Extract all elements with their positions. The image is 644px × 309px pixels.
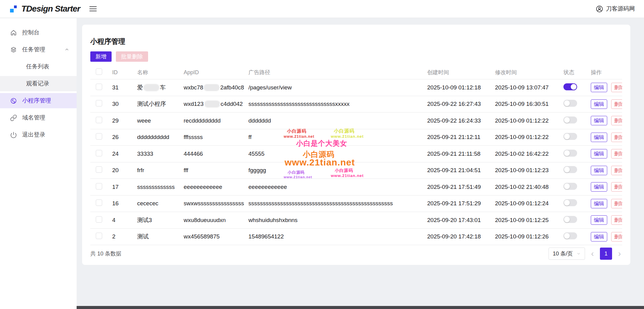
select-all-checkbox[interactable]	[96, 68, 102, 75]
sidebar-item-domain-management[interactable]: 域名管理	[0, 110, 77, 125]
sidebar-item-watch-records[interactable]: 观看记录	[0, 76, 77, 91]
edit-button[interactable]: 编辑	[591, 199, 607, 208]
page-title: 小程序管理	[90, 37, 622, 46]
cell-appid: eeeeeeeeeeee	[184, 184, 248, 190]
page-size-value: 10 条/页	[553, 250, 573, 257]
column-header-status: 状态	[563, 69, 591, 76]
delete-button[interactable]: 删除	[611, 215, 622, 225]
cell-id: 24	[112, 151, 137, 157]
cell-id: 29	[112, 117, 137, 124]
status-toggle[interactable]	[563, 199, 577, 206]
edit-button[interactable]: 编辑	[591, 133, 607, 142]
logo-text[interactable]: TDesign Starter	[21, 4, 80, 14]
cell-ad-path: ff	[248, 134, 427, 141]
cell-modified-time: 2025-10-02 21:40:48	[495, 184, 563, 190]
row-checkbox[interactable]	[96, 166, 102, 173]
row-checkbox[interactable]	[96, 216, 102, 223]
cell-created-time: 2025-09-22 16:24:33	[427, 117, 495, 124]
sidebar-item-label: 控制台	[22, 29, 40, 36]
row-checkbox[interactable]	[96, 200, 102, 206]
row-checkbox[interactable]	[96, 117, 102, 123]
cell-created-time: 2025-09-20 17:42:18	[427, 233, 495, 240]
cell-id: 26	[112, 134, 137, 141]
status-toggle[interactable]	[563, 166, 577, 173]
sidebar-item-label: 域名管理	[22, 114, 45, 122]
edit-button[interactable]: 编辑	[591, 182, 607, 192]
row-checkbox[interactable]	[96, 84, 102, 90]
delete-button[interactable]: 删除	[611, 83, 622, 92]
sidebar-item-console[interactable]: 控制台	[0, 25, 77, 40]
cell-modified-time: 2025-10-09 01:12:24	[495, 200, 563, 207]
cell-id: 30	[112, 101, 137, 107]
cell-modified-time: 2025-10-09 01:12:22	[495, 117, 563, 124]
delete-button[interactable]: 删除	[611, 182, 622, 192]
delete-button[interactable]: 删除	[611, 133, 622, 142]
censored-blur	[144, 84, 159, 91]
row-checkbox[interactable]	[96, 133, 102, 140]
row-checkbox[interactable]	[96, 233, 102, 239]
table-row: 26 dddddddddd fffsssss ff 2025-09-21 21:…	[90, 129, 622, 146]
status-toggle[interactable]	[563, 232, 577, 239]
sidebar-item-logout[interactable]: 退出登录	[0, 127, 77, 142]
column-header-actions: 操作	[591, 69, 622, 76]
status-toggle[interactable]	[563, 116, 577, 123]
cell-created-time: 2025-09-22 16:27:43	[427, 101, 495, 107]
cell-modified-time: 2025-10-09 16:30:51	[495, 101, 563, 107]
user-menu[interactable]: 刀客源码网	[596, 5, 635, 13]
status-toggle[interactable]	[563, 216, 577, 223]
table-row: 4 测试3 wxu8dueuuudxn whshuiduhshxbnns 202…	[90, 212, 622, 229]
sidebar-item-miniprogram-management[interactable]: 小程序管理	[0, 93, 77, 108]
edit-button[interactable]: 编辑	[591, 215, 607, 225]
cell-ad-path: 15489654122	[248, 233, 427, 240]
edit-button[interactable]: 编辑	[591, 99, 607, 109]
cell-name: 测试3	[137, 216, 184, 224]
status-toggle[interactable]	[563, 183, 577, 190]
cell-appid: fffsssss	[184, 134, 248, 141]
delete-button[interactable]: 删除	[611, 99, 622, 109]
status-toggle[interactable]	[563, 150, 577, 157]
user-avatar-icon	[596, 5, 603, 13]
table-row: 24 33333 444466 45555 2025-09-21 21:11:5…	[90, 146, 622, 162]
cell-modified-time: 2025-10-09 01:12:26	[495, 233, 563, 240]
sidebar-item-task-list[interactable]: 任务列表	[0, 59, 77, 74]
cell-modified-time: 2025-10-02 16:42:22	[495, 151, 563, 157]
delete-button[interactable]: 删除	[611, 149, 622, 158]
column-header-id: ID	[112, 69, 137, 76]
add-button[interactable]: 新增	[90, 51, 112, 62]
edit-button[interactable]: 编辑	[591, 232, 607, 241]
taskbar-edge	[0, 306, 644, 309]
current-page-button[interactable]: 1	[600, 248, 612, 260]
edit-button[interactable]: 编辑	[591, 116, 607, 125]
table-row: 2 测试 wx456589875 15489654122 2025-09-20 …	[90, 229, 622, 245]
delete-button[interactable]: 删除	[611, 232, 622, 241]
row-checkbox[interactable]	[96, 100, 102, 106]
cell-id: 20	[112, 167, 137, 174]
cell-ad-path: /pages/user/view	[248, 84, 427, 91]
status-toggle[interactable]	[563, 133, 577, 140]
edit-button[interactable]: 编辑	[591, 166, 607, 175]
sidebar-item-task-management[interactable]: 任务管理	[0, 42, 77, 57]
delete-button[interactable]: 删除	[611, 166, 622, 175]
next-page-button[interactable]: ›	[617, 250, 622, 258]
row-checkbox[interactable]	[96, 183, 102, 189]
status-toggle[interactable]	[563, 83, 577, 90]
tdesign-logo-icon[interactable]	[9, 4, 18, 14]
delete-button[interactable]: 删除	[611, 116, 622, 125]
cell-id: 17	[112, 184, 137, 190]
table-header-row: ID 名称 AppID 广告路径 创建时间 修改时间 状态 操作	[90, 66, 622, 79]
cell-ad-path: ssssssssssssssssssssssssssssssssssssssss…	[248, 200, 427, 207]
row-checkbox[interactable]	[96, 150, 102, 156]
delete-button[interactable]: 删除	[611, 199, 622, 208]
menu-collapse-icon[interactable]	[89, 5, 97, 13]
edit-button[interactable]: 编辑	[591, 149, 607, 158]
page-size-select[interactable]: 10 条/页	[549, 248, 585, 260]
cell-appid: wxu8dueuuudxn	[184, 217, 248, 224]
total-count-label: 共 10 条数据	[90, 250, 121, 257]
cell-id: 16	[112, 200, 137, 207]
cell-name: weee	[137, 117, 184, 124]
table-row: 17 sssssssssssss eeeeeeeeeeee eeeeeeeeee…	[90, 179, 622, 196]
edit-button[interactable]: 编辑	[591, 83, 607, 92]
prev-page-button[interactable]: ‹	[590, 250, 595, 258]
status-toggle[interactable]	[563, 100, 577, 107]
batch-delete-button[interactable]: 批量删除	[116, 51, 148, 62]
